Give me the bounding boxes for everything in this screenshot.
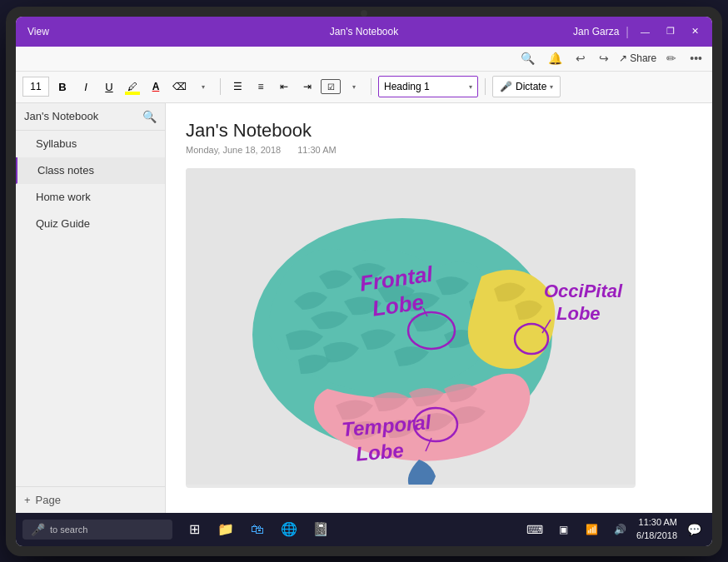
app-menu-items: View — [27, 26, 49, 37]
undo-icon[interactable]: ↩ — [572, 50, 589, 67]
brain-image: Frontal Lobe OcciPital Lobe Tempo — [186, 168, 636, 488]
sidebar-item-quiz-guide[interactable]: Quiz Guide — [16, 211, 165, 237]
italic-button[interactable]: I — [76, 76, 96, 97]
taskbar-apps: ⊞ 📁 🛍 🌐 📓 — [179, 515, 336, 545]
heading-chevron-icon: ▾ — [469, 83, 472, 91]
close-button[interactable]: ✕ — [686, 24, 704, 38]
date-display: 6/18/2018 — [636, 530, 677, 542]
highlight-icon: 🖊 — [127, 81, 137, 92]
pen-icon[interactable]: ✏ — [663, 50, 680, 67]
heading-value: Heading 1 — [384, 81, 430, 92]
network-icon[interactable]: 📶 — [580, 518, 603, 541]
sidebar-item-syllabus[interactable]: Syllabus — [16, 131, 165, 157]
eraser-button[interactable]: ⌫ — [169, 76, 190, 97]
notification-icon[interactable]: 💬 — [682, 518, 706, 541]
eraser-icon: ⌫ — [172, 81, 187, 92]
note-meta: Monday, June 18, 2018 11:30 AM — [186, 145, 692, 155]
indent-icon: ⇥ — [303, 81, 312, 92]
taskbar-file-explorer[interactable]: 📁 — [211, 515, 241, 545]
outdent-icon: ⇤ — [280, 81, 288, 92]
highlight-color-bar — [125, 92, 140, 95]
checkbox-icon: ☑ — [327, 82, 335, 92]
note-time: 11:30 AM — [297, 145, 336, 155]
ribbon-right-icons: 🔍 🔔 ↩ ↪ ↗ Share ✏ ••• — [517, 50, 706, 67]
highlight-button[interactable]: 🖊 — [122, 76, 142, 97]
separator-1 — [220, 78, 221, 95]
style-more-button[interactable]: ▾ — [193, 76, 213, 97]
outdent-button[interactable]: ⇤ — [274, 76, 294, 97]
underline-button[interactable]: U — [99, 76, 119, 97]
taskbar-search[interactable]: 🎤 to search — [22, 520, 172, 540]
title-bar: View Jan's Notebook Jan Garza | — ❐ ✕ — [16, 17, 712, 47]
task-view-icon[interactable]: ▣ — [551, 518, 575, 541]
taskbar-edge[interactable]: 🌐 — [274, 515, 304, 545]
ribbon-top: 🔍 🔔 ↩ ↪ ↗ Share ✏ ••• — [16, 47, 712, 72]
user-name: Jan Garza — [573, 26, 619, 37]
sidebar-item-homework[interactable]: Home work — [16, 184, 165, 211]
view-tab[interactable]: View — [27, 26, 49, 37]
dictate-label: Dictate — [516, 81, 546, 92]
sidebar-header: Jan's Notebook 🔍 — [16, 103, 165, 131]
svg-text:Lobe: Lobe — [556, 303, 601, 324]
sidebar: Jan's Notebook 🔍 Syllabus Class notes Ho… — [16, 103, 166, 513]
checkbox-button[interactable]: ☑ — [321, 79, 341, 94]
sidebar-item-class-notes[interactable]: Class notes — [16, 157, 165, 184]
taskbar-windows-button[interactable]: ⊞ — [179, 515, 209, 545]
separator: | — [626, 25, 629, 38]
taskbar-system-icons: ⌨ ▣ 📶 🔊 11:30 AM 6/18/2018 💬 — [523, 516, 706, 542]
add-page-button[interactable]: + Page — [16, 486, 165, 513]
heading-dropdown[interactable]: Heading 1 ▾ — [378, 76, 478, 97]
separator-3 — [485, 78, 486, 95]
volume-icon[interactable]: 🔊 — [608, 518, 631, 541]
note-title: Jan's Notebook — [186, 120, 692, 142]
window-title: Jan's Notebook — [330, 26, 398, 37]
indent-button[interactable]: ⇥ — [297, 76, 317, 97]
svg-text:OcciPital: OcciPital — [544, 281, 623, 301]
chevron-down-icon-2: ▾ — [352, 83, 356, 91]
taskbar-onenote[interactable]: 📓 — [306, 515, 336, 545]
bullet-list-icon: ☰ — [233, 81, 242, 92]
dictate-chevron-icon: ▾ — [550, 83, 553, 91]
share-icon: ↗ — [619, 52, 627, 64]
font-color-icon: A — [152, 81, 160, 92]
taskbar-search-text: to search — [50, 525, 87, 535]
notebook-name: Jan's Notebook — [24, 110, 98, 122]
restore-button[interactable]: ❐ — [661, 24, 680, 38]
add-icon: + — [24, 494, 31, 506]
clock: 11:30 AM 6/18/2018 — [636, 516, 677, 542]
cortana-icon: 🎤 — [31, 523, 45, 536]
keyboard-icon[interactable]: ⌨ — [523, 518, 546, 541]
sidebar-search-button[interactable]: 🔍 — [142, 110, 157, 123]
minimize-button[interactable]: — — [636, 25, 655, 38]
number-list-button[interactable]: ≡ — [251, 76, 271, 97]
brain-svg: Frontal Lobe OcciPital Lobe Tempo — [186, 168, 636, 485]
bold-button[interactable]: B — [52, 76, 72, 97]
dictate-button[interactable]: 🎤 Dictate ▾ — [492, 76, 561, 97]
main-area: Jan's Notebook 🔍 Syllabus Class notes Ho… — [16, 103, 712, 513]
bullet-list-button[interactable]: ☰ — [227, 76, 247, 97]
title-bar-controls: Jan Garza | — ❐ ✕ — [573, 24, 704, 38]
svg-text:Lobe: Lobe — [355, 438, 404, 465]
separator-2 — [371, 78, 371, 95]
number-list-icon: ≡ — [257, 81, 263, 92]
bell-icon[interactable]: 🔔 — [545, 50, 566, 67]
sidebar-items: Syllabus Class notes Home work Quiz Guid… — [16, 131, 165, 486]
add-page-label: Page — [36, 494, 61, 506]
share-button[interactable]: ↗ Share — [619, 52, 656, 64]
list-more-button[interactable]: ▾ — [344, 76, 364, 97]
microphone-icon: 🎤 — [500, 81, 512, 92]
chevron-down-icon: ▾ — [202, 83, 205, 91]
font-size-input[interactable] — [22, 77, 49, 97]
font-color-button[interactable]: A — [146, 76, 166, 97]
note-date: Monday, June 18, 2018 — [186, 145, 281, 155]
redo-icon[interactable]: ↪ — [596, 50, 612, 67]
taskbar: 🎤 to search ⊞ 📁 🛍 🌐 📓 ⌨ ▣ 📶 🔊 11:30 AM 6… — [16, 513, 712, 546]
search-icon[interactable]: 🔍 — [517, 50, 538, 67]
more-icon[interactable]: ••• — [686, 50, 706, 67]
note-content[interactable]: Jan's Notebook Monday, June 18, 2018 11:… — [166, 103, 712, 513]
time-display: 11:30 AM — [636, 516, 677, 529]
taskbar-store[interactable]: 🛍 — [242, 515, 272, 545]
format-bar: B I U 🖊 A ⌫ ▾ ☰ ≡ ⇤ — [16, 72, 712, 103]
camera — [361, 10, 367, 17]
share-label: Share — [630, 52, 656, 64]
